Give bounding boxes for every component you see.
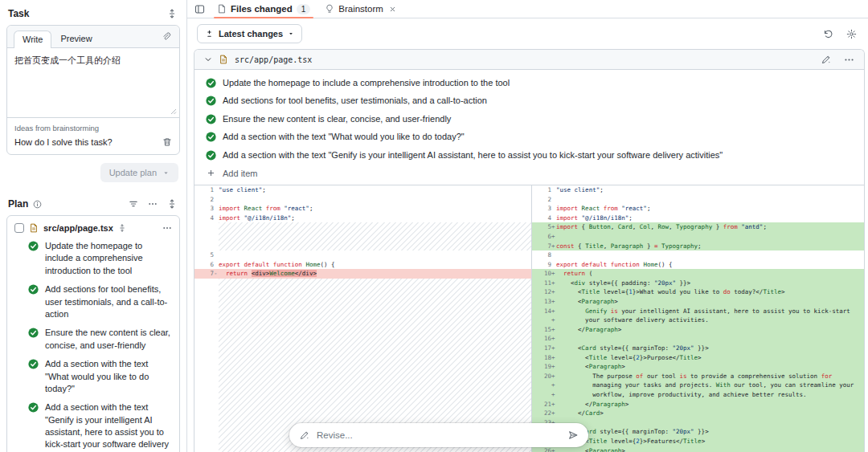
active-tab-underline [214,17,313,18]
tab-brainstorm[interactable]: Brainstorm [317,0,403,18]
add-item-button[interactable]: Add item [207,167,853,180]
file-checklist: Update the homepage to include a compreh… [194,70,864,185]
files-changed-count-badge: 1 [297,4,311,14]
tab-preview[interactable]: Preview [51,30,100,47]
check-circle-icon[interactable] [206,96,216,106]
kebab-menu-icon[interactable] [148,199,158,209]
lightbulb-icon [325,4,334,14]
plan-file-name: src/app/page.tsx [43,223,113,233]
check-circle-icon[interactable] [28,241,39,251]
diff-row: 4import "@/i18n/i18n"; [532,214,864,223]
plan-item: Ensure the new content is clear, concise… [206,113,853,125]
diff-row: 5 [194,250,531,260]
plan-item: Update the homepage to include a compreh… [28,240,172,277]
diff-row: 3import React from "react"; [194,204,531,214]
plan-item-text: Add a section with the text "Genify is y… [45,401,172,452]
diff-row: 19+ <Paragraph> [532,362,864,372]
kebab-menu-icon[interactable] [844,55,854,65]
plan-item: Add a section with the text "What would … [206,131,853,143]
diff-row: 15+ </Paragraph> [532,325,864,335]
gear-icon[interactable] [846,29,857,39]
diff-row: 2 [194,195,531,205]
plan-item-text: Add sections for tool benefits, user tes… [223,95,487,107]
plan-item-text: Ensure the new content is clear, concise… [223,113,451,125]
diff-row: 21+ </Paragraph> [532,400,864,409]
resize-vertical-icon[interactable] [167,9,177,18]
check-circle-icon[interactable] [206,114,216,124]
file-icon [219,55,228,64]
update-plan-button[interactable]: Update plan [100,163,178,182]
latest-changes-button[interactable]: Latest changes [197,24,302,43]
diff-new-pane: 1"use client";23import React from "react… [532,185,864,452]
undo-icon[interactable] [823,29,833,39]
close-tab-icon[interactable] [389,6,396,13]
diff-row: + managing your tasks and projects. With… [532,381,864,390]
check-circle-icon[interactable] [28,284,39,295]
toolbar: Latest changes [187,18,868,48]
kebab-menu-icon[interactable] [162,223,172,233]
latest-changes-label: Latest changes [219,29,283,39]
update-plan-label: Update plan [109,168,157,177]
panel-toggle-icon[interactable] [194,4,205,14]
diff-row: 12+ <Title level={1}>What would you like… [532,287,864,297]
diff-row: 6+ [532,232,864,242]
info-icon[interactable] [33,200,42,209]
revise-pencil-icon[interactable] [821,55,831,65]
idea-row[interactable]: How do I solve this task? [14,137,172,147]
diff-row: 18+ <Title level={2}>Purpose</Title> [532,353,864,363]
plan-item-text: Update the homepage to include a compreh… [223,77,510,89]
diff-row: 10+ return ( [532,269,864,279]
tab-write[interactable]: Write [14,31,51,48]
plan-header: Plan [6,197,180,215]
diff-gap-hatch [219,222,531,250]
file-checkbox[interactable] [14,223,24,233]
drag-handle-icon[interactable] [118,224,126,232]
diff-row: 1"use client"; [532,185,864,195]
check-circle-icon[interactable] [206,78,216,88]
tab-label: Files changed [231,4,293,14]
task-input[interactable]: 把首页变成一个工具的介绍 [7,48,179,117]
resize-grip-icon[interactable] [170,108,177,115]
file-header: src/app/page.tsx [194,50,864,70]
diff-row: + your software delivery activities. [532,316,864,325]
plan-title: Plan [8,198,28,210]
check-circle-icon[interactable] [28,359,39,369]
plan-item: Update the homepage to include a compreh… [206,77,853,89]
resize-vertical-icon[interactable] [167,199,177,209]
caret-down-icon [288,31,294,37]
diff-row: 7+const { Title, Paragraph } = Typograph… [532,242,864,251]
diff-row: 6export default function Home() { [194,260,531,270]
plan-item: Add sections for tool benefits, user tes… [206,95,853,107]
check-circle-icon[interactable] [28,402,39,413]
diff-row: 8 [532,250,864,260]
trash-icon[interactable] [162,137,172,147]
filter-icon[interactable] [129,199,138,209]
plan-item: Add a section with the text "Genify is y… [28,401,172,452]
chevron-down-icon[interactable] [204,55,212,63]
diff-row: 7- return <div>Welcome</div> [194,269,531,279]
idea-text: How do I solve this task? [14,137,113,147]
plan-item-text: Add a section with the text "What would … [45,358,172,395]
diff-icon [205,30,214,39]
diff-row: 5+import { Button, Card, Col, Row, Typog… [532,222,864,232]
check-circle-icon[interactable] [206,132,216,142]
plan-item: Add a section with the text "Genify is y… [206,149,853,161]
task-title: Task [8,8,29,19]
revise-bar[interactable] [289,423,588,447]
send-icon[interactable] [567,430,579,441]
plan-item-text: Add a section with the text "What would … [223,131,465,143]
diff-row: 17+ <Card style={{ marginTop: "20px" }}> [532,344,864,353]
diff-row: 11+ <div style={{ padding: "20px" }}> [532,279,864,288]
check-circle-icon[interactable] [28,328,39,338]
add-item-label: Add item [223,169,257,178]
plan-file-row: src/app/page.tsx [14,223,172,233]
task-card: Write Preview 把首页变成一个工具的介绍 Ideas from br… [6,25,180,155]
ideas-label: Ideas from brainstorming [14,124,172,132]
plan-item-text: Add a section with the text "Genify is y… [223,149,723,161]
paperclip-icon[interactable] [162,32,171,42]
tab-files-changed[interactable]: Files changed 1 [210,0,317,18]
ideas-section: Ideas from brainstorming How do I solve … [7,117,179,154]
revise-input[interactable] [317,430,560,440]
diff-row: 4import "@/i18n/i18n"; [194,214,531,223]
check-circle-icon[interactable] [206,150,216,161]
